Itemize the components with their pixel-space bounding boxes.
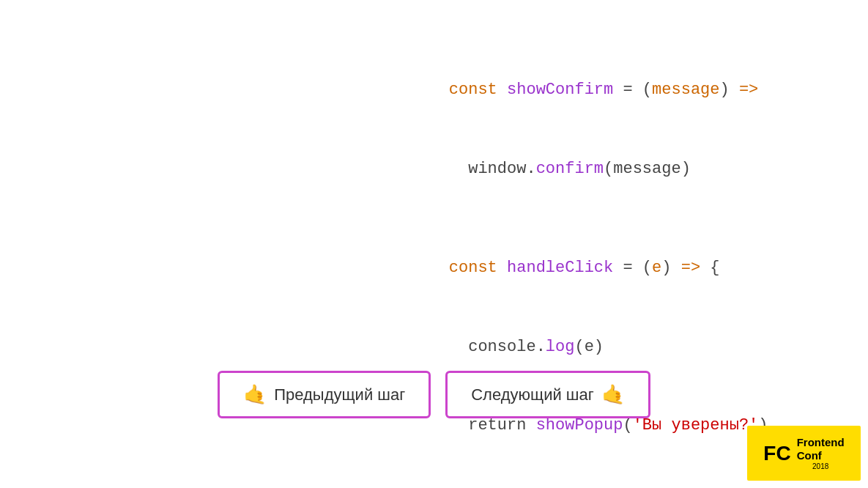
prev-button[interactable]: 🤙 Предыдущий шаг <box>218 371 431 418</box>
logo-letters: FC <box>763 443 790 464</box>
code-line-3: const handleClick = (e) => { <box>410 229 768 307</box>
logo-badge: FC Frontend Conf 2018 <box>747 426 861 481</box>
code-line-6: } <box>410 466 768 488</box>
prev-label: Предыдущий шаг <box>274 385 405 404</box>
logo-year: 2018 <box>797 462 845 471</box>
code-line-1: const showConfirm = (message) => <box>410 51 768 129</box>
logo-line1: Frontend <box>797 436 845 448</box>
code-line-2: window.confirm(message) <box>410 130 768 208</box>
next-icon: 🤙 <box>601 383 625 406</box>
navigation-buttons: 🤙 Предыдущий шаг Следующий шаг 🤙 <box>0 371 868 418</box>
logo-text: Frontend Conf 2018 <box>797 436 845 471</box>
next-button[interactable]: Следующий шаг 🤙 <box>445 371 650 418</box>
logo-line2: Conf <box>797 449 822 462</box>
code-block: const showConfirm = (message) => window.… <box>410 51 768 488</box>
next-label: Следующий шаг <box>471 385 594 404</box>
prev-icon: 🤙 <box>243 383 267 406</box>
